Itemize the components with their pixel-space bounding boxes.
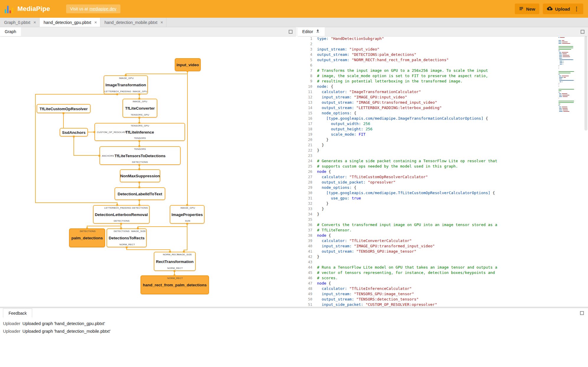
code-line[interactable]: 49 input_stream: "TENSORS_GPU:image_tens…	[298, 291, 588, 297]
feedback-entry: UploaderUploaded graph 'hand_detection_m…	[3, 329, 588, 334]
graph-node-tflite_tensors_to_detections[interactable]: TfLiteTensorsToDetectionsTENSORSANCHORSD…	[99, 146, 181, 165]
code-line[interactable]: 6	[298, 63, 588, 68]
code-line[interactable]: 1type: "HandDetectionSubgraph"	[298, 36, 588, 41]
code-line[interactable]: 33 }	[298, 206, 588, 212]
tab-graph[interactable]: Graph	[0, 27, 21, 36]
code-line[interactable]: 43	[298, 259, 588, 265]
code-line[interactable]: 36# Converts the transformed input image…	[298, 222, 588, 228]
code-line[interactable]: 10node: {	[298, 84, 588, 89]
code-line[interactable]: 11 calculator: "ImageTransformationCalcu…	[298, 89, 588, 95]
code-line[interactable]: 23	[298, 153, 588, 158]
code-line[interactable]: 4output_stream: "DETECTIONS:palm_detecti…	[298, 52, 588, 57]
graph-node-non_max_suppression[interactable]: NonMaxSuppression	[120, 169, 160, 182]
code-line[interactable]: 18 output_height: 256	[298, 126, 588, 132]
graph-node-hand_rect_from_palm_detections[interactable]: hand_rect_from_palm_detectionsNORM_RECT	[141, 275, 209, 294]
code-line[interactable]: 51 input_side_packet: "CUSTOM_OP_RESOLVE…	[298, 302, 588, 307]
code-line[interactable]: 38node {	[298, 233, 588, 238]
code-line[interactable]: 16 [type.googleapis.com/mediapipe.ImageT…	[298, 116, 588, 121]
code-line[interactable]: 3input_stream: "input_video"	[298, 47, 588, 52]
port-label-letterbox_padding: LETTERBOX_PADDING	[104, 90, 131, 93]
code-line[interactable]: 34}	[298, 212, 588, 217]
code-line[interactable]: 29 node_options: {	[298, 185, 588, 190]
close-icon[interactable]: ✕	[94, 20, 97, 25]
node-title: DetectionsToRects	[109, 236, 144, 240]
code-line[interactable]: 24# Generates a single side packet conta…	[298, 158, 588, 164]
graph-node-detection_letterbox_removal[interactable]: DetectionLetterboxRemovalLETTERBOX_PADDI…	[93, 205, 150, 224]
code-line[interactable]: 30 [type.googleapis.com/mediapipe.TfLite…	[298, 190, 588, 196]
code-line[interactable]: 14 output_stream: "LETTERBOX_PADDING:let…	[298, 105, 588, 111]
upload-button[interactable]: Upload ⋮	[543, 4, 583, 14]
code-line[interactable]: 50 output_stream: "TENSORS:detection_ten…	[298, 297, 588, 302]
expand-graph-panel-icon[interactable]	[289, 30, 293, 34]
code-line[interactable]: 44# Runs a TensorFlow Lite model on GPU …	[298, 265, 588, 270]
code-line[interactable]: 31 use_gpu: true	[298, 196, 588, 201]
code-line[interactable]: 47node {	[298, 281, 588, 286]
feedback-entry: UploaderUploaded graph 'hand_detection_g…	[3, 321, 588, 326]
port-label-norm_rect: NORM_RECT	[120, 243, 135, 246]
code-line[interactable]: 25# supports custom ops needed by the mo…	[298, 164, 588, 169]
code-text: output_stream: "LETTERBOX_PADDING:letter…	[317, 105, 442, 111]
graph-node-input_video[interactable]: input_video	[175, 58, 201, 71]
code-line[interactable]: 9# resulting in potential letterboxing i…	[298, 79, 588, 84]
port-label-norm_rect: NORM_RECT	[167, 267, 183, 269]
close-icon[interactable]: ✕	[33, 20, 36, 25]
line-number: 12	[298, 95, 317, 100]
upload-menu-icon[interactable]: ⋮	[574, 6, 579, 12]
graph-node-detection_label_id_to_text[interactable]: DetectionLabelIdToText	[115, 187, 165, 200]
graph-node-ssd_anchors[interactable]: SsdAnchors	[60, 128, 88, 137]
code-line[interactable]: 20 }	[298, 137, 588, 142]
line-number: 26	[298, 169, 317, 174]
tab-editor[interactable]: Editor	[298, 27, 325, 36]
graph-node-image_properties[interactable]: ImagePropertiesIMAGE_GPUSIZE	[170, 205, 205, 224]
scrollbar-thumb[interactable]	[584, 36, 587, 131]
code-line[interactable]: 8# image, the scale_mode option is set t…	[298, 73, 588, 79]
graph-node-rect_transformation[interactable]: RectTransformationNORM_RECTIMAGE_SIZENOR…	[154, 252, 196, 271]
minimap[interactable]	[558, 37, 582, 113]
code-line[interactable]: 42}	[298, 254, 588, 259]
code-line[interactable]: 17 output_width: 256	[298, 121, 588, 126]
code-line[interactable]: 45# vector of tensors representing, for …	[298, 270, 588, 275]
graph-node-tflite_inference[interactable]: TfLiteInferenceTENSORS_GPUCUSTOM_OP_RESO…	[94, 123, 185, 141]
code-line[interactable]: 28 output_side_packet: "opresolver"	[298, 180, 588, 185]
graph-node-palm_detections[interactable]: palm_detectionsDETECTIONS	[69, 228, 105, 247]
code-line[interactable]: 15 node_options: {	[298, 111, 588, 116]
graph-node-tflite_custom_op_resolver[interactable]: TfLiteCustomOpResolver	[37, 104, 91, 113]
code-line[interactable]: 35	[298, 217, 588, 222]
expand-feedback-panel-icon[interactable]	[580, 311, 584, 315]
new-button[interactable]: New	[515, 4, 539, 14]
code-line[interactable]: 22}	[298, 148, 588, 153]
code-text: calculator: "TfLiteCustomOpResolverCalcu…	[317, 174, 428, 180]
file-tab[interactable]: hand_detection_mobile.pbtxt✕	[100, 18, 166, 27]
expand-editor-panel-icon[interactable]	[581, 30, 584, 34]
code-line[interactable]: 13 output_stream: "IMAGE_GPU:transformed…	[298, 100, 588, 105]
graph-canvas[interactable]: input_videoImageTransformationIMAGE_GPUL…	[0, 36, 296, 307]
mediapipe-dev-link[interactable]: mediapipe.dev	[89, 7, 116, 11]
code-line[interactable]: 39 calculator: "TfLiteConverterCalculato…	[298, 238, 588, 243]
graph-node-image_transformation[interactable]: ImageTransformationIMAGE_GPULETTERBOX_PA…	[104, 75, 148, 94]
code-line[interactable]: 32 }	[298, 201, 588, 206]
code-line[interactable]: 19 scale_mode: FIT	[298, 132, 588, 137]
code-line[interactable]: 46# scores.	[298, 275, 588, 281]
code-line[interactable]: 21 }	[298, 142, 588, 148]
download-icon[interactable]	[316, 29, 320, 34]
code-line[interactable]: 12 input_stream: "IMAGE_GPU:input_video"	[298, 95, 588, 100]
tab-feedback[interactable]: Feedback	[3, 308, 32, 317]
code-line[interactable]: 26node {	[298, 169, 588, 174]
code-editor[interactable]: 1type: "HandDetectionSubgraph"2 3input_s…	[298, 36, 588, 307]
close-icon[interactable]: ✕	[160, 20, 163, 25]
code-line[interactable]: 5output_stream: "NORM_RECT:hand_rect_fro…	[298, 57, 588, 63]
code-line[interactable]: 2	[298, 41, 588, 47]
file-tab[interactable]: Graph_0.pbtxt✕	[0, 18, 40, 27]
line-number: 36	[298, 222, 317, 228]
graph-node-tflite_converter[interactable]: TfLiteConverterIMAGE_GPUTENSORS_GPU	[122, 99, 157, 118]
code-line[interactable]: 41 output_stream: "TENSORS_GPU:image_ten…	[298, 249, 588, 254]
code-line[interactable]: 40 input_stream: "IMAGE_GPU:transformed_…	[298, 243, 588, 249]
code-line[interactable]: 37# TfLiteTensor.	[298, 228, 588, 233]
graph-node-detections_to_rects[interactable]: DetectionsToRectsDETECTIONSIMAGE_SIZENOR…	[107, 228, 147, 247]
code-line[interactable]: 48 calculator: "TfLiteInferenceCalculato…	[298, 286, 588, 291]
code-line[interactable]: 27 calculator: "TfLiteCustomOpResolverCa…	[298, 174, 588, 180]
editor-scrollbar[interactable]	[584, 36, 588, 307]
file-tab[interactable]: hand_detection_gpu.pbtxt✕	[40, 18, 100, 27]
code-line[interactable]: 7# Transforms the input image on GPU to …	[298, 68, 588, 73]
minimap-line	[558, 67, 582, 67]
